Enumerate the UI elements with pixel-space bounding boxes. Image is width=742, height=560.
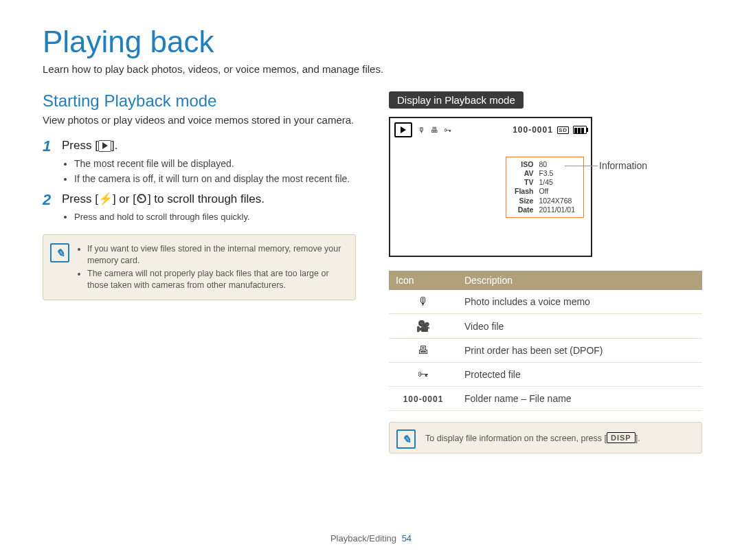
step-1-number: 1 (43, 138, 62, 155)
step-2-bullets: Press and hold to scroll through files q… (62, 211, 356, 223)
icon-description-table: Icon Description 🎙Photo includes a voice… (389, 271, 702, 411)
table-desc: Photo includes a voice memo (458, 290, 702, 314)
table-desc: Print order has been set (DPOF) (458, 339, 702, 363)
disp-key-icon: DISP (607, 432, 636, 443)
footer-section: Playback/Editing (330, 533, 396, 544)
table-icon: 🗝 (389, 363, 458, 387)
step-1-bullet: The most recent file will be displayed. (74, 157, 356, 171)
info-value: 80 (536, 160, 578, 169)
note-box-2: ✎ To display file information on the scr… (389, 422, 702, 453)
info-key: TV (512, 178, 536, 187)
step-2-bullet: Press and hold to scroll through files q… (74, 211, 356, 223)
table-desc: Protected file (458, 363, 702, 387)
lcd-play-icon (394, 122, 412, 137)
note2-before: To display file information on the scree… (425, 434, 607, 443)
left-column: Starting Playback mode View photos or pl… (43, 91, 356, 464)
note-item: If you want to view files stored in the … (87, 243, 346, 267)
info-value: 1024X768 (536, 197, 578, 205)
table-row: 🖶Print order has been set (DPOF) (389, 339, 702, 363)
table-icon: 🎙 (389, 290, 458, 314)
lcd-mic-icon: 🎙 (418, 126, 425, 134)
table-icon: 🖶 (389, 339, 458, 363)
table-head-icon: Icon (389, 271, 458, 290)
info-callout: Information (599, 160, 647, 171)
lcd-print-icon: 🖶 (431, 126, 438, 134)
display-mode-badge: Display in Playback mode (389, 91, 524, 109)
table-row: 🗝Protected file (389, 363, 702, 387)
footer-page: 54 (402, 533, 412, 544)
info-key: AV (512, 169, 536, 178)
step-1: 1 Press []. (43, 138, 356, 155)
right-column: Display in Playback mode 🎙 🖶 🗝 100-0001 … (389, 91, 702, 464)
page-footer: Playback/Editing 54 (0, 533, 742, 544)
table-desc: Video file (458, 314, 702, 339)
table-row: 100-0001Folder name – File name (389, 387, 702, 411)
note-icon: ✎ (396, 429, 416, 449)
section-title: Starting Playback mode (43, 91, 356, 111)
step-2-number: 2 (43, 192, 62, 208)
info-value: Off (536, 187, 578, 196)
page-title: Playing back (43, 25, 702, 59)
table-desc: Folder name – File name (458, 387, 702, 411)
table-head-desc: Description (458, 271, 702, 290)
info-key: Size (512, 197, 536, 205)
flash-key-icon: ⚡ (98, 192, 113, 205)
step-1-before: Press [ (62, 139, 98, 152)
table-row: 🎥Video file (389, 314, 702, 339)
info-value: 2011/01/01 (536, 205, 578, 214)
lcd-sd-icon: SD (557, 126, 569, 134)
lcd-folder-file: 100-0001 (513, 125, 553, 135)
info-key: Date (512, 205, 536, 214)
lcd-battery-icon (573, 126, 587, 134)
timer-key-icon: ⏲ (136, 192, 148, 205)
table-icon: 100-0001 (389, 387, 458, 411)
note2-after: ]. (636, 434, 640, 443)
step-1-bullet: If the camera is off, it will turn on an… (74, 172, 356, 186)
note-box: ✎ If you want to view files stored in th… (43, 234, 356, 300)
step-2-before: Press [ (62, 192, 98, 205)
page-intro: Learn how to play back photos, videos, o… (43, 63, 702, 75)
note-item: The camera will not properly play back f… (87, 268, 346, 291)
callout-line (565, 166, 598, 166)
lcd-mockup: 🎙 🖶 🗝 100-0001 SD ISO80AVF3.5TV1/45Flash… (389, 117, 592, 257)
step-2: 2 Press [⚡] or [⏲] to scroll through fil… (43, 192, 356, 208)
info-key: Flash (512, 187, 536, 196)
table-icon: 🎥 (389, 314, 458, 339)
info-value: F3.5 (536, 169, 578, 178)
step-1-bullets: The most recent file will be displayed. … (62, 157, 356, 186)
lcd-key-icon: 🗝 (444, 126, 451, 134)
info-key: ISO (512, 160, 536, 169)
step-2-after: ] to scroll through files. (148, 192, 265, 205)
section-para: View photos or play videos and voice mem… (43, 113, 356, 127)
playback-key-icon (98, 140, 111, 151)
table-row: 🎙Photo includes a voice memo (389, 290, 702, 314)
step-1-after: ]. (111, 139, 117, 152)
info-value: 1/45 (536, 178, 578, 187)
step-2-mid: ] or [ (113, 192, 136, 205)
note-icon: ✎ (50, 243, 69, 262)
